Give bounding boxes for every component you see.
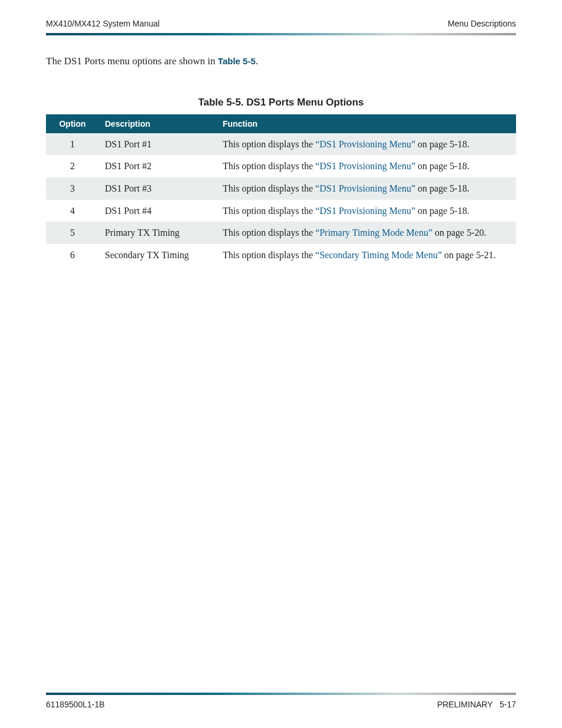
- cell-function: This option displays the “DS1 Provisioni…: [217, 133, 516, 156]
- function-after: on page 5-18.: [415, 161, 470, 171]
- cell-description: DS1 Port #4: [99, 200, 217, 222]
- cross-reference-link[interactable]: “DS1 Provisioning Menu”: [315, 183, 415, 193]
- function-after: on page 5-18.: [415, 139, 470, 149]
- col-header-description: Description: [99, 114, 217, 133]
- cell-option: 4: [46, 200, 99, 222]
- intro-prefix: The DS1 Ports menu options are shown in: [46, 55, 218, 67]
- cell-function: This option displays the “DS1 Provisioni…: [217, 200, 516, 222]
- table-row: 2 DS1 Port #2 This option displays the “…: [46, 155, 516, 177]
- table-row: 5 Primary TX Timing This option displays…: [46, 222, 516, 244]
- cell-option: 6: [46, 244, 99, 266]
- cell-description: Primary TX Timing: [99, 222, 217, 244]
- function-before: This option displays the: [223, 250, 315, 260]
- ds1-ports-table: Option Description Function 1 DS1 Port #…: [46, 114, 516, 266]
- footer-left: 61189500L1-1B: [46, 700, 105, 709]
- table-header-row: Option Description Function: [46, 114, 516, 133]
- cell-function: This option displays the “DS1 Provisioni…: [217, 177, 516, 200]
- function-before: This option displays the: [223, 139, 315, 149]
- cell-description: DS1 Port #2: [99, 155, 217, 177]
- footer-right: PRELIMINARY 5-17: [437, 700, 516, 709]
- col-header-function: Function: [217, 114, 516, 133]
- cell-description: DS1 Port #3: [99, 177, 217, 200]
- table-reference-link[interactable]: Table 5-5: [218, 56, 256, 66]
- col-header-option: Option: [46, 114, 99, 133]
- table-row: 4 DS1 Port #4 This option displays the “…: [46, 200, 516, 222]
- page-footer: 61189500L1-1B PRELIMINARY 5-17: [46, 693, 516, 709]
- function-before: This option displays the: [223, 206, 315, 216]
- function-before: This option displays the: [223, 161, 315, 171]
- cell-option: 2: [46, 155, 99, 177]
- cell-option: 5: [46, 222, 99, 244]
- page-header: MX410/MX412 System Manual Menu Descripti…: [46, 19, 516, 28]
- table-row: 1 DS1 Port #1 This option displays the “…: [46, 133, 516, 156]
- cell-function: This option displays the “DS1 Provisioni…: [217, 155, 516, 177]
- cell-description: DS1 Port #1: [99, 133, 217, 156]
- table-caption: Table 5-5. DS1 Ports Menu Options: [46, 97, 516, 108]
- cell-description: Secondary TX Timing: [99, 244, 217, 266]
- cell-option: 3: [46, 177, 99, 200]
- header-left: MX410/MX412 System Manual: [46, 19, 160, 28]
- table-row: 3 DS1 Port #3 This option displays the “…: [46, 177, 516, 200]
- cell-function: This option displays the “Secondary Timi…: [217, 244, 516, 266]
- cross-reference-link[interactable]: “DS1 Provisioning Menu”: [315, 139, 415, 149]
- footer-page-number: 5-17: [500, 700, 516, 709]
- intro-paragraph: The DS1 Ports menu options are shown in …: [46, 54, 516, 68]
- header-rule: [46, 33, 516, 35]
- cross-reference-link[interactable]: “DS1 Provisioning Menu”: [315, 161, 415, 171]
- header-right: Menu Descriptions: [448, 19, 516, 28]
- cross-reference-link[interactable]: “Primary Timing Mode Menu”: [315, 228, 432, 238]
- function-after: on page 5-18.: [415, 183, 470, 193]
- footer-status: PRELIMINARY: [437, 700, 492, 709]
- table-row: 6 Secondary TX Timing This option displa…: [46, 244, 516, 266]
- function-before: This option displays the: [223, 228, 315, 238]
- cell-option: 1: [46, 133, 99, 156]
- function-after: on page 5-21.: [442, 250, 496, 260]
- cross-reference-link[interactable]: “Secondary Timing Mode Menu”: [315, 250, 442, 260]
- cross-reference-link[interactable]: “DS1 Provisioning Menu”: [315, 206, 415, 216]
- intro-suffix: .: [256, 55, 258, 67]
- cell-function: This option displays the “Primary Timing…: [217, 222, 516, 244]
- function-before: This option displays the: [223, 183, 315, 193]
- function-after: on page 5-18.: [415, 206, 470, 216]
- footer-rule: [46, 693, 516, 695]
- function-after: on page 5-20.: [432, 228, 487, 238]
